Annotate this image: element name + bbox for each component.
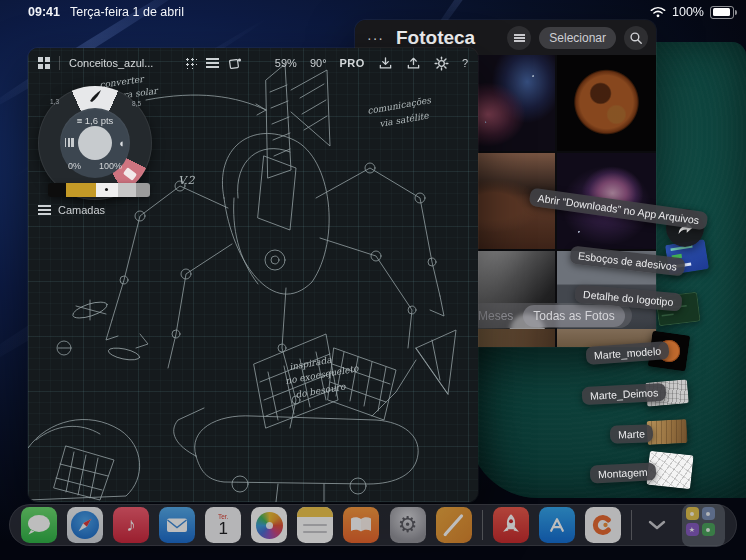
- settings-app-icon[interactable]: ⚙: [390, 507, 426, 543]
- halftone-icon: ◐: [119, 137, 126, 149]
- gallery-icon[interactable]: [38, 57, 50, 69]
- filter-icon: [514, 34, 525, 42]
- zoom-level[interactable]: 59%: [275, 57, 297, 69]
- import-icon[interactable]: [378, 56, 393, 70]
- more-options-button[interactable]: ···: [363, 30, 388, 46]
- annotation-version: V.2: [178, 174, 196, 187]
- music-app-icon[interactable]: ♪: [113, 507, 149, 543]
- photos-app-icon[interactable]: [251, 507, 287, 543]
- mini-app-tile: ★: [686, 523, 699, 536]
- date: Terça-feira 1 de abril: [70, 5, 184, 19]
- swatch-gold[interactable]: [66, 183, 96, 197]
- c-swirl-icon: [588, 510, 618, 540]
- tab-all-photos[interactable]: Todas as Fotos: [523, 305, 624, 327]
- safari-app-icon[interactable]: [67, 507, 103, 543]
- notes-line: [303, 531, 327, 533]
- stroke-width-value: 1,6 pts: [85, 115, 114, 126]
- export-icon[interactable]: [406, 56, 421, 70]
- layers-button[interactable]: Camadas: [38, 204, 105, 216]
- filter-button[interactable]: [507, 26, 531, 50]
- dock-divider: [482, 510, 483, 540]
- gear-icon: ⚙: [398, 512, 418, 538]
- ipad-screen: 09:41 Terça-feira 1 de abril 100% ··· Fo…: [0, 0, 746, 560]
- layers-menu-icon: [38, 205, 51, 215]
- search-icon: [629, 31, 643, 45]
- app-store-app-icon[interactable]: [539, 507, 575, 543]
- swatch-black[interactable]: [48, 183, 66, 197]
- file-label-mars: Marte: [610, 424, 653, 443]
- opacity-min: 0%: [68, 161, 81, 171]
- tool-wheel-inner[interactable]: ≡ 1,6 pts ◐ 0% 100%: [60, 108, 130, 178]
- precision-grid-icon[interactable]: [185, 57, 197, 69]
- rocket-app-icon[interactable]: [493, 507, 529, 543]
- app-store-a-icon: [542, 510, 572, 540]
- dock-collapse-button[interactable]: [642, 507, 672, 543]
- layers-label: Camadas: [58, 204, 105, 216]
- notes-app-icon[interactable]: [297, 507, 333, 543]
- color-swatch-bar: [48, 183, 150, 197]
- photos-tab-bar: Meses Todas as Fotos: [468, 303, 632, 328]
- dock-divider: [631, 510, 632, 540]
- mini-app-tile: [686, 507, 699, 520]
- search-button[interactable]: [624, 26, 648, 50]
- rotation-value[interactable]: 90°: [310, 57, 327, 69]
- tool-wheel-center[interactable]: [78, 126, 112, 160]
- pen-icon: [436, 507, 472, 543]
- settings-gear-icon[interactable]: [434, 56, 449, 71]
- file-label-montage: Montagem: [590, 462, 656, 483]
- swatch-light-gray[interactable]: [118, 183, 136, 197]
- photos-flower-icon: [256, 512, 283, 539]
- notes-line: [303, 524, 327, 526]
- mini-app-tile: [702, 523, 715, 536]
- battery-icon: [710, 6, 734, 19]
- messages-app-icon[interactable]: [21, 507, 57, 543]
- pro-badge[interactable]: PRO: [340, 57, 365, 69]
- color-c-app-icon[interactable]: [585, 507, 621, 543]
- swatch-gray[interactable]: [136, 183, 150, 197]
- mail-app-icon[interactable]: [159, 507, 195, 543]
- stroke-size-label: 8,5: [132, 100, 141, 107]
- annotation-satelite: via satélite: [379, 110, 430, 129]
- speech-bubble-icon: [21, 507, 57, 543]
- swatch-white-selected[interactable]: [96, 183, 118, 197]
- dock: ♪ Ter. 1: [9, 504, 737, 546]
- status-bar: 09:41 Terça-feira 1 de abril 100%: [0, 0, 746, 24]
- rocket-icon: [496, 510, 526, 540]
- compass-needle-icon: [67, 507, 103, 543]
- selected-dot: [105, 188, 108, 191]
- concepts-toolbar: Conceitos_azul... 59% 90° PRO: [28, 48, 478, 78]
- mini-app-tile: [702, 507, 715, 520]
- books-app-icon[interactable]: [343, 507, 379, 543]
- concepts-window: converter para solar V.2 comunicações vi…: [28, 48, 478, 502]
- clock: 09:41: [28, 5, 60, 19]
- airbrush-icon: [65, 138, 74, 147]
- notes-header-strip: [297, 507, 333, 517]
- stroke-menu-icon: ≡: [77, 115, 83, 126]
- selection-icon[interactable]: [228, 57, 242, 70]
- calendar-app-icon[interactable]: Ter. 1: [205, 507, 241, 543]
- concepts-app-icon[interactable]: [436, 507, 472, 543]
- fototeca-title: Fototeca: [396, 27, 499, 49]
- open-book-icon: [349, 515, 373, 535]
- help-button[interactable]: ?: [462, 57, 468, 69]
- wifi-icon: [650, 6, 666, 18]
- app-library-icon[interactable]: ★: [682, 504, 725, 547]
- opacity-max: 100%: [99, 161, 122, 171]
- battery-percent: 100%: [672, 5, 704, 19]
- calendar-day: 1: [219, 520, 228, 537]
- toolbar-divider: [59, 56, 60, 70]
- layers-lines-icon[interactable]: [206, 58, 219, 68]
- chevron-down-icon: [648, 520, 666, 530]
- annotation-besouro: do besouro: [295, 381, 347, 400]
- select-button[interactable]: Selecionar: [539, 27, 616, 49]
- brush-tool-icon[interactable]: [88, 89, 102, 102]
- envelope-icon: [159, 507, 195, 543]
- music-note-icon: ♪: [126, 514, 136, 536]
- document-title[interactable]: Conceitos_azul...: [69, 57, 153, 69]
- stroke-size-label: 1,3: [50, 98, 59, 105]
